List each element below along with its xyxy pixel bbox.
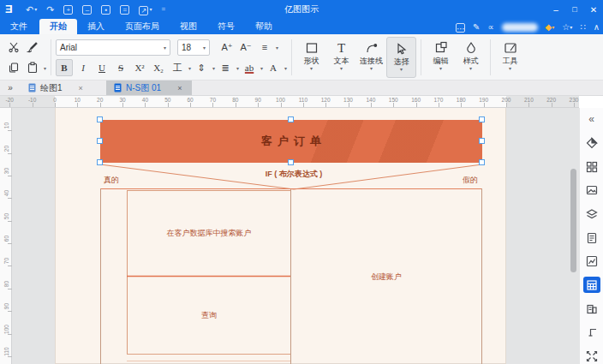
export-button[interactable]: ↗▾ — [139, 4, 152, 15]
ruler-tick — [371, 103, 372, 107]
feedback-icon[interactable]: ⋯ — [456, 23, 465, 33]
underline-button[interactable]: U — [93, 59, 110, 76]
undo-button[interactable]: ↶▾ — [26, 4, 37, 15]
table-panel-icon[interactable] — [583, 277, 600, 293]
highlight-dropdown-icon[interactable]: ▾ — [260, 65, 263, 71]
symbol-library-icon[interactable] — [583, 158, 600, 175]
image-icon[interactable] — [583, 182, 600, 199]
menu-help[interactable]: 帮助 — [245, 19, 283, 34]
font-color-dropdown-icon[interactable]: ▾ — [284, 65, 287, 71]
right-sidebar: « — [579, 108, 603, 364]
list-dropdown-icon[interactable]: ▾ — [236, 65, 239, 71]
select-tool-button[interactable]: 选择▾ — [386, 37, 416, 78]
decrease-font-button[interactable]: A⁻ — [237, 39, 254, 56]
collapse-panel-icon[interactable]: « — [583, 111, 600, 128]
shape-tool-button[interactable]: 形状▾ — [296, 37, 326, 78]
save-button[interactable]: ▪ — [101, 5, 110, 15]
paste-dropdown-icon[interactable]: ▾ — [44, 65, 46, 71]
selection-handle-nw[interactable] — [97, 116, 103, 122]
collapse-ribbon-icon[interactable]: ∧ — [594, 22, 600, 33]
chart-icon[interactable] — [583, 254, 600, 270]
print-button[interactable]: – — [82, 5, 92, 15]
share-icon[interactable]: ∝ — [487, 22, 493, 33]
strikethrough-button[interactable]: S — [112, 59, 129, 76]
style-tool-button[interactable]: 样式▾ — [456, 37, 486, 78]
ruler-label: 70 — [210, 97, 216, 103]
text-effect-dropdown-icon[interactable]: ▾ — [188, 65, 191, 71]
layers-icon[interactable] — [583, 206, 600, 223]
line-spacing-button[interactable]: ⇕ — [193, 59, 210, 76]
format-painter-button[interactable] — [24, 39, 41, 56]
fit-view-icon[interactable] — [583, 348, 600, 364]
tab-close-icon[interactable]: × — [79, 84, 83, 92]
tab-close-icon[interactable]: × — [177, 84, 182, 92]
selection-handle-n[interactable] — [288, 116, 294, 122]
selection-handle-ne[interactable] — [479, 116, 485, 122]
vip-diamond-icon[interactable]: ◆▾ — [546, 22, 555, 33]
align-dropdown-icon[interactable]: ▾ — [276, 45, 278, 51]
fill-style-icon[interactable] — [583, 135, 600, 152]
redo-button[interactable]: ↷ — [46, 4, 54, 15]
menu-view[interactable]: 视图 — [170, 19, 207, 34]
edraw-app-window: Ǝ ↶▾ ↷ + – ▪ = ↗▾ = 亿图图示 – □ ✕ 文件 开始 插入 … — [0, 0, 603, 364]
org-building-icon[interactable] — [583, 301, 600, 317]
drawing-canvas[interactable]: 客户订单 IF ( 布尔表达式 ) 真的 假的 在客户数据库中搜索账户 查询 创… — [0, 108, 579, 364]
superscript-button[interactable]: X² — [131, 59, 148, 76]
apps-grid-icon[interactable]: ∷ — [580, 22, 585, 33]
selection-handle-e[interactable] — [479, 138, 485, 144]
line-spacing-dropdown-icon[interactable]: ▾ — [212, 65, 215, 71]
branch-false-label[interactable]: 假的 — [463, 175, 478, 186]
menu-file[interactable]: 文件 — [0, 19, 38, 34]
app-logo-icon[interactable]: Ǝ — [5, 3, 19, 15]
selection-handle-w[interactable] — [97, 138, 103, 144]
page-setup-icon[interactable] — [583, 230, 600, 246]
font-size-select[interactable]: 18▾ — [177, 39, 210, 56]
font-color-button[interactable]: A — [265, 59, 282, 76]
menu-symbols[interactable]: 符号 — [207, 19, 245, 34]
customize-quick-access-button[interactable]: = — [161, 4, 165, 15]
if-condition-label[interactable]: IF ( 布尔表达式 ) — [242, 169, 345, 180]
vertical-scrollbar-thumb[interactable] — [570, 169, 576, 272]
highlight-button[interactable]: ab — [241, 59, 258, 76]
undo-dropdown-icon[interactable]: ▾ — [34, 7, 37, 12]
tools-tool-button[interactable]: 工具▾ — [495, 37, 525, 78]
close-button[interactable]: ✕ — [584, 0, 603, 19]
user-account-blurred[interactable] — [502, 23, 538, 32]
text-effect-button[interactable]: 工 — [169, 59, 186, 76]
menu-home[interactable]: 开始 — [39, 19, 77, 34]
connector-panel-icon[interactable] — [583, 325, 600, 341]
titlebar: Ǝ ↶▾ ↷ + – ▪ = ↗▾ = 亿图图示 – □ ✕ — [0, 0, 603, 19]
new-document-button[interactable]: + — [63, 5, 73, 15]
edit-tool-button[interactable]: 编辑▾ — [426, 37, 456, 78]
cell-search-account[interactable]: 在客户数据库中搜索账户 — [128, 191, 290, 276]
branch-true-label[interactable]: 真的 — [104, 175, 119, 186]
tab-ns-diagram-01[interactable]: N-S图 01 × — [106, 81, 192, 95]
italic-button[interactable]: I — [75, 59, 92, 76]
selection-handle-se[interactable] — [479, 159, 485, 165]
menu-insert[interactable]: 插入 — [77, 19, 115, 34]
export-dropdown-icon[interactable]: ▾ — [149, 7, 152, 12]
font-family-select[interactable]: Arial▾ — [56, 39, 170, 56]
tab-drawing1[interactable]: 绘图1 × — [21, 81, 106, 95]
text-tool-button[interactable]: T 文本▾ — [326, 37, 356, 78]
copy-button[interactable] — [5, 59, 22, 76]
maximize-button[interactable]: □ — [565, 0, 584, 19]
cut-button[interactable] — [5, 39, 22, 56]
pen-pointer-icon[interactable]: ✎ — [473, 22, 480, 33]
subscript-button[interactable]: X₂ — [150, 59, 167, 76]
mail-button[interactable]: = — [120, 5, 129, 15]
favorite-star-icon[interactable]: ☆▾ — [562, 22, 572, 33]
list-button[interactable]: ≣ — [217, 59, 234, 76]
paste-button[interactable] — [24, 59, 41, 76]
minimize-button[interactable]: – — [546, 0, 565, 19]
selection-handle-s[interactable] — [288, 159, 294, 165]
bold-button[interactable]: B — [56, 59, 73, 76]
increase-font-button[interactable]: A⁺ — [218, 39, 236, 56]
connector-tool-button[interactable]: 连接线▾ — [356, 37, 386, 78]
cell-query[interactable]: 查询 — [128, 277, 290, 354]
selection-handle-sw[interactable] — [97, 159, 103, 165]
tab-expander-icon[interactable]: » — [0, 81, 21, 95]
align-button[interactable]: ≡ — [256, 39, 273, 56]
cell-create-account[interactable]: 创建账户 — [291, 189, 481, 364]
menu-page-layout[interactable]: 页面布局 — [115, 19, 170, 34]
